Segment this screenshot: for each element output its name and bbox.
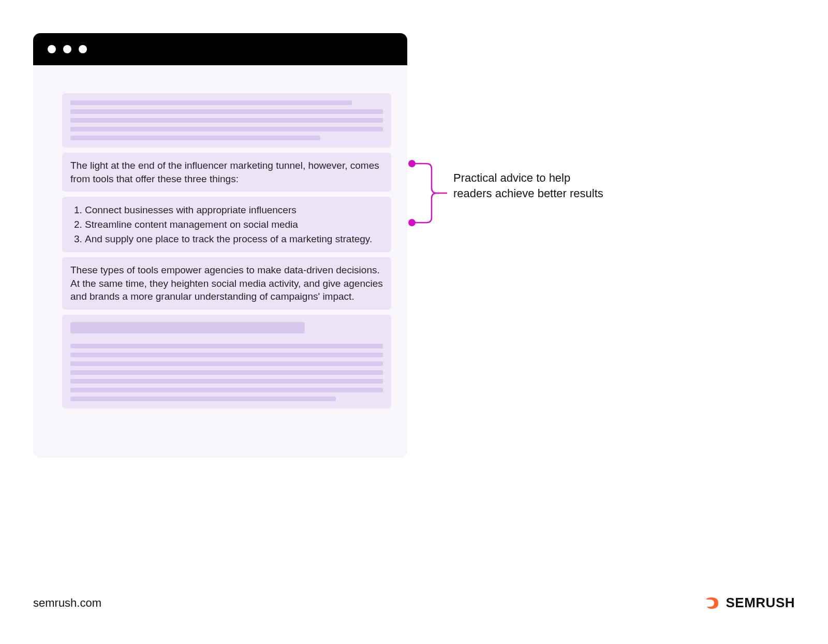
svg-point-0	[408, 160, 416, 167]
closing-text: These types of tools empower agencies to…	[70, 265, 383, 302]
list-item: Streamline content management on social …	[85, 217, 383, 232]
intro-paragraph: The light at the end of the influencer m…	[62, 153, 391, 192]
annotation-label: Practical advice to help readers achieve…	[453, 170, 609, 201]
intro-text: The light at the end of the influencer m…	[70, 160, 379, 184]
skeleton-paragraph	[62, 93, 391, 148]
advice-list-block: Connect businesses with appropriate infl…	[62, 197, 391, 252]
window-control-dot	[48, 45, 56, 53]
brand-logo: SEMRUSH	[703, 595, 795, 611]
annotation-text: Practical advice to help readers achieve…	[453, 171, 603, 200]
browser-window: The light at the end of the influencer m…	[33, 33, 407, 458]
article-content: The light at the end of the influencer m…	[62, 93, 391, 408]
footer-url: semrush.com	[33, 596, 101, 610]
footer: semrush.com SEMRUSH	[33, 595, 795, 611]
list-item: And supply one place to track the proces…	[85, 232, 383, 246]
skeleton-section	[62, 315, 391, 408]
advice-list: Connect businesses with appropriate infl…	[70, 203, 383, 246]
semrush-flame-icon	[703, 595, 720, 611]
svg-point-1	[408, 219, 416, 226]
window-titlebar	[33, 33, 407, 65]
window-control-dot	[63, 45, 71, 53]
brand-name: SEMRUSH	[726, 595, 795, 611]
window-control-dot	[79, 45, 87, 53]
list-item: Connect businesses with appropriate infl…	[85, 203, 383, 217]
callout-bracket-icon	[406, 159, 457, 227]
closing-paragraph: These types of tools empower agencies to…	[62, 257, 391, 310]
